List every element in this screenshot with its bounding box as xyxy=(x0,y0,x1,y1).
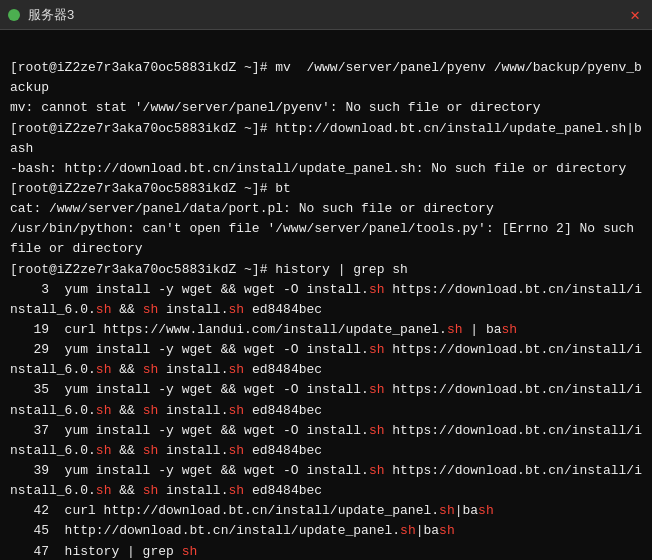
terminal-text: [root@iZ2ze7r3aka70oc5883ikdZ ~]# mv /ww… xyxy=(10,60,642,95)
terminal-text: [root@iZ2ze7r3aka70oc5883ikdZ ~]# bt xyxy=(10,181,291,196)
terminal-line: [root@iZ2ze7r3aka70oc5883ikdZ ~]# bt xyxy=(10,179,642,199)
terminal-text: ed8484bec xyxy=(244,302,322,317)
terminal-text: sh xyxy=(439,523,455,538)
terminal-text: && xyxy=(111,443,142,458)
terminal-text: install. xyxy=(158,302,228,317)
close-button[interactable]: ✕ xyxy=(626,5,644,25)
terminal-text: && xyxy=(111,403,142,418)
terminal-text: sh xyxy=(143,483,159,498)
terminal-text: sh xyxy=(369,463,385,478)
terminal-line: 29 yum install -y wget && wget -O instal… xyxy=(10,340,642,380)
terminal-text: sh xyxy=(369,282,385,297)
terminal-text: sh xyxy=(228,443,244,458)
terminal-line: 39 yum install -y wget && wget -O instal… xyxy=(10,461,642,501)
terminal-text: sh xyxy=(143,362,159,377)
terminal-line: 3 yum install -y wget && wget -O install… xyxy=(10,280,642,320)
terminal-text: && xyxy=(111,302,142,317)
terminal-line: [root@iZ2ze7r3aka70oc5883ikdZ ~]# http:/… xyxy=(10,119,642,159)
terminal-text: 19 curl https://www.landui.com/install/u… xyxy=(10,322,447,337)
terminal-text: sh xyxy=(228,362,244,377)
terminal-text: ed8484bec xyxy=(244,443,322,458)
terminal-line: 45 http://download.bt.cn/install/update_… xyxy=(10,521,642,541)
terminal-text: [root@iZ2ze7r3aka70oc5883ikdZ ~]# histor… xyxy=(10,262,408,277)
titlebar: 服务器3 ✕ xyxy=(0,0,652,30)
terminal-line: [root@iZ2ze7r3aka70oc5883ikdZ ~]# mv /ww… xyxy=(10,58,642,98)
terminal-line: 42 curl http://download.bt.cn/install/up… xyxy=(10,501,642,521)
terminal-text: [root@iZ2ze7r3aka70oc5883ikdZ ~]# http:/… xyxy=(10,121,642,156)
terminal-text: sh xyxy=(369,382,385,397)
terminal-text: 39 yum install -y wget && wget -O instal… xyxy=(10,463,369,478)
terminal-text: 45 http://download.bt.cn/install/update_… xyxy=(10,523,400,538)
terminal-text: sh xyxy=(143,302,159,317)
terminal-window: 服务器3 ✕ [root@iZ2ze7r3aka70oc5883ikdZ ~]#… xyxy=(0,0,652,560)
terminal-text: -bash: http://download.bt.cn/install/upd… xyxy=(10,161,626,176)
terminal-text: 29 yum install -y wget && wget -O instal… xyxy=(10,342,369,357)
terminal-output[interactable]: [root@iZ2ze7r3aka70oc5883ikdZ ~]# mv /ww… xyxy=(0,30,652,560)
terminal-text: sh xyxy=(228,302,244,317)
terminal-text: ed8484bec xyxy=(244,483,322,498)
terminal-text: /usr/bin/python: can't open file '/www/s… xyxy=(10,221,642,256)
status-dot xyxy=(8,9,20,21)
terminal-text: sh xyxy=(228,483,244,498)
terminal-text: ed8484bec xyxy=(244,403,322,418)
terminal-line: -bash: http://download.bt.cn/install/upd… xyxy=(10,159,642,179)
terminal-text: sh xyxy=(96,302,112,317)
terminal-text: sh xyxy=(400,523,416,538)
terminal-line xyxy=(10,38,642,58)
terminal-text: sh xyxy=(96,403,112,418)
terminal-text: 47 history | grep xyxy=(10,544,182,559)
terminal-text: sh xyxy=(502,322,518,337)
terminal-text: install. xyxy=(158,362,228,377)
terminal-text: | ba xyxy=(462,322,501,337)
terminal-text: cat: /www/server/panel/data/port.pl: No … xyxy=(10,201,494,216)
terminal-text: install. xyxy=(158,403,228,418)
terminal-text: sh xyxy=(96,362,112,377)
terminal-text: sh xyxy=(96,483,112,498)
terminal-text: 35 yum install -y wget && wget -O instal… xyxy=(10,382,369,397)
terminal-text: sh xyxy=(369,342,385,357)
terminal-text: install. xyxy=(158,443,228,458)
terminal-text: mv: cannot stat '/www/server/panel/pyenv… xyxy=(10,100,541,115)
terminal-text: 42 curl http://download.bt.cn/install/up… xyxy=(10,503,439,518)
terminal-text: && xyxy=(111,483,142,498)
terminal-line: /usr/bin/python: can't open file '/www/s… xyxy=(10,219,642,259)
terminal-text: sh xyxy=(447,322,463,337)
terminal-line: 37 yum install -y wget && wget -O instal… xyxy=(10,421,642,461)
terminal-line: 35 yum install -y wget && wget -O instal… xyxy=(10,380,642,420)
terminal-text: sh xyxy=(143,403,159,418)
terminal-line: cat: /www/server/panel/data/port.pl: No … xyxy=(10,199,642,219)
terminal-text: sh xyxy=(369,423,385,438)
terminal-line: 19 curl https://www.landui.com/install/u… xyxy=(10,320,642,340)
terminal-text: |ba xyxy=(416,523,439,538)
terminal-line: 47 history | grep sh xyxy=(10,542,642,560)
terminal-text: sh xyxy=(228,403,244,418)
terminal-text: sh xyxy=(478,503,494,518)
window-title: 服务器3 xyxy=(28,6,618,24)
terminal-text: sh xyxy=(143,443,159,458)
terminal-text: 3 yum install -y wget && wget -O install… xyxy=(10,282,369,297)
terminal-text: sh xyxy=(182,544,198,559)
terminal-text: |ba xyxy=(455,503,478,518)
terminal-text: sh xyxy=(439,503,455,518)
terminal-text: 37 yum install -y wget && wget -O instal… xyxy=(10,423,369,438)
terminal-text: ed8484bec xyxy=(244,362,322,377)
terminal-text: install. xyxy=(158,483,228,498)
terminal-text: sh xyxy=(96,443,112,458)
terminal-line: [root@iZ2ze7r3aka70oc5883ikdZ ~]# histor… xyxy=(10,260,642,280)
terminal-text: && xyxy=(111,362,142,377)
terminal-line: mv: cannot stat '/www/server/panel/pyenv… xyxy=(10,98,642,118)
